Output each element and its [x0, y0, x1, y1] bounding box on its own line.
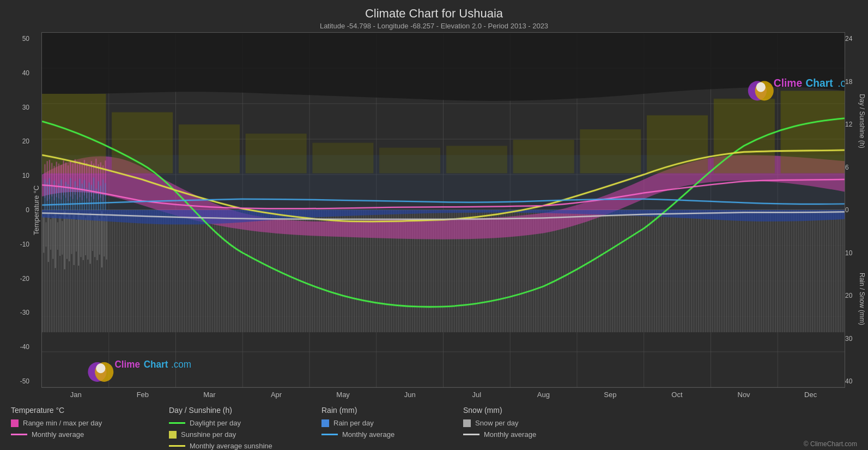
- legend-item-daylight: Daylight per day: [169, 419, 311, 427]
- legend-item-temp-avg: Monthly average: [11, 430, 158, 439]
- x-label-jan: Jan: [62, 391, 89, 399]
- y-axis-right-top: 24 18 12 6 0 10 20 30 40: [845, 32, 856, 388]
- svg-rect-46: [87, 215, 88, 260]
- copyright-container: © ClimeChart.com: [605, 406, 857, 450]
- svg-rect-60: [312, 143, 373, 173]
- y-tick-n50: -50: [20, 377, 29, 385]
- svg-point-124: [96, 363, 105, 373]
- legend-box-temp-range: [11, 419, 19, 427]
- svg-rect-28: [45, 222, 46, 247]
- legend-item-temp-range: Range min / max per day: [11, 419, 158, 427]
- x-label-dec: Dec: [797, 391, 824, 399]
- svg-rect-59: [246, 134, 307, 173]
- legend-label-rain-range: Rain per day: [333, 419, 374, 427]
- y-axis-label-container: Temperature °C: [32, 32, 41, 388]
- svg-text:.com: .com: [171, 359, 191, 370]
- svg-rect-44: [83, 214, 84, 260]
- x-axis: Jan Feb Mar Apr May Jun Jul Aug Sep Oct …: [0, 388, 868, 401]
- chart-svg: Clime Chart .com Clime Chart .com: [42, 33, 845, 387]
- x-label-jul: Jul: [463, 391, 490, 399]
- y-tick-n20: -20: [20, 275, 29, 283]
- legend-line-snow-avg: [463, 434, 479, 435]
- legend-label-snow-avg: Monthly average: [484, 430, 536, 439]
- y-tick-r0: 0: [845, 206, 849, 214]
- svg-rect-48: [92, 220, 93, 251]
- legend-label-temp-avg: Monthly average: [32, 430, 84, 439]
- x-label-jun: Jun: [396, 391, 423, 399]
- legend-box-rain: [321, 419, 329, 427]
- svg-rect-36: [64, 211, 65, 269]
- legend-line-sunshine-avg: [169, 445, 185, 447]
- svg-text:.com: .com: [837, 76, 845, 89]
- y-tick-n30: -30: [20, 309, 29, 316]
- main-container: Climate Chart for Ushuaia Latitude -54.7…: [0, 0, 868, 450]
- svg-text:Chart: Chart: [805, 76, 833, 89]
- y-tick-rain20: 20: [845, 292, 852, 299]
- y-tick-20: 20: [22, 137, 29, 145]
- legend-group-sunshine: Day / Sunshine (h) Daylight per day Suns…: [169, 406, 321, 450]
- svg-rect-45: [85, 218, 86, 255]
- chart-title: Climate Chart for Ushuaia: [0, 7, 868, 21]
- legend-item-sunshine-avg: Monthly average sunshine: [169, 442, 311, 450]
- y-tick-rain30: 30: [845, 335, 852, 343]
- y-tick-30: 30: [22, 104, 29, 111]
- svg-rect-39: [71, 219, 72, 254]
- legend-group-temperature: Temperature °C Range min / max per day M…: [11, 406, 169, 450]
- legend-title-sunshine: Day / Sunshine (h): [169, 406, 311, 415]
- svg-rect-63: [513, 140, 574, 173]
- svg-rect-64: [580, 129, 641, 173]
- svg-rect-34: [59, 216, 60, 256]
- x-label-aug: Aug: [530, 391, 557, 399]
- x-label-feb: Feb: [129, 391, 156, 399]
- x-label-oct: Oct: [663, 391, 690, 399]
- svg-rect-61: [379, 148, 440, 173]
- x-label-apr: Apr: [263, 391, 290, 399]
- svg-rect-32: [54, 213, 56, 268]
- y-tick-10: 10: [22, 172, 29, 179]
- svg-text:Clime: Clime: [774, 76, 802, 89]
- legend-line-daylight: [169, 422, 185, 424]
- y-tick-rain10: 10: [845, 249, 852, 257]
- svg-rect-31: [52, 216, 53, 259]
- legend-item-sunshine-range: Sunshine per day: [169, 430, 311, 439]
- y-tick-n10: -10: [20, 241, 29, 248]
- y-tick-40: 40: [22, 69, 29, 77]
- x-label-may: May: [330, 391, 357, 399]
- svg-rect-35: [62, 221, 63, 255]
- svg-rect-51: [99, 219, 100, 255]
- x-label-sep: Sep: [597, 391, 624, 399]
- svg-rect-29: [48, 213, 49, 262]
- legend-line-temp-avg: [11, 434, 27, 435]
- right-label-rain: Rain / Snow (mm): [858, 273, 866, 325]
- svg-rect-41: [76, 220, 77, 251]
- chart-header: Climate Chart for Ushuaia Latitude -54.7…: [0, 0, 868, 32]
- svg-rect-62: [446, 146, 507, 173]
- legend-box-snow: [463, 419, 471, 427]
- svg-rect-40: [74, 215, 75, 265]
- legend-label-daylight: Daylight per day: [190, 419, 241, 427]
- svg-rect-58: [179, 124, 240, 173]
- svg-rect-27: [43, 216, 44, 253]
- svg-text:Clime: Clime: [114, 359, 140, 370]
- x-label-mar: Mar: [196, 391, 223, 399]
- copyright-text: © ClimeChart.com: [804, 440, 857, 448]
- legend-title-rain: Rain (mm): [321, 406, 452, 415]
- legend-group-snow: Snow (mm) Snow per day Monthly average: [463, 406, 605, 450]
- legend-box-sunshine: [169, 431, 177, 439]
- svg-text:Chart: Chart: [144, 359, 168, 370]
- legend-item-snow-avg: Monthly average: [463, 430, 605, 439]
- legend-item-rain-avg: Monthly average: [321, 430, 452, 439]
- y-axis-left-label: Temperature °C: [33, 185, 41, 235]
- legend-label-sunshine-range: Sunshine per day: [181, 430, 236, 439]
- chart-plot: Clime Chart .com Clime Chart .com: [41, 32, 845, 388]
- svg-point-130: [756, 82, 766, 92]
- svg-rect-49: [94, 217, 95, 257]
- right-label-sunshine: Day / Sunshine (h): [858, 94, 866, 148]
- svg-rect-43: [80, 216, 81, 257]
- svg-rect-38: [69, 214, 70, 261]
- svg-rect-30: [50, 219, 51, 250]
- legend-title-temp: Temperature °C: [11, 406, 158, 415]
- legend-label-snow-range: Snow per day: [475, 419, 519, 427]
- svg-rect-67: [781, 91, 845, 173]
- legend-area: Temperature °C Range min / max per day M…: [0, 401, 868, 450]
